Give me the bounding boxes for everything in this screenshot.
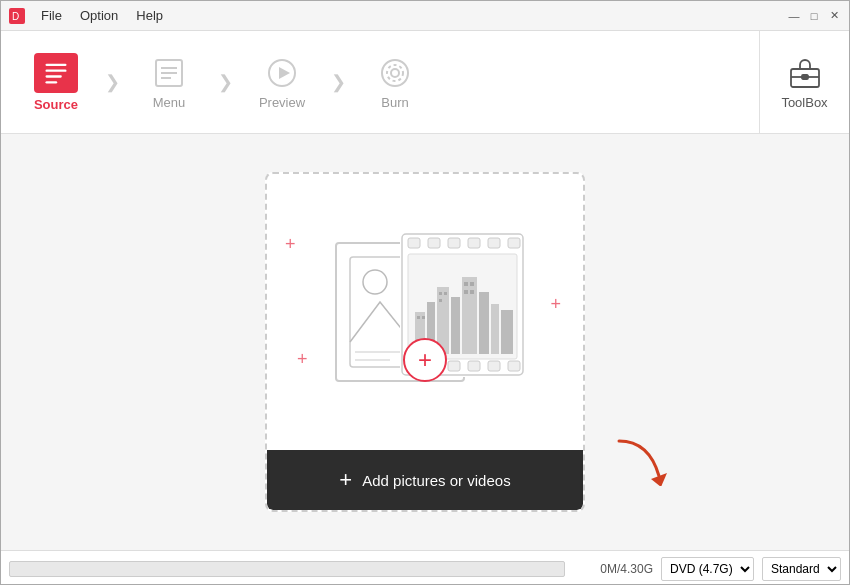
progress-bar: [9, 561, 565, 577]
svg-rect-39: [451, 297, 460, 354]
burn-label: Burn: [381, 95, 408, 110]
svg-point-12: [382, 60, 408, 86]
svg-rect-34: [508, 361, 520, 371]
maximize-button[interactable]: □: [807, 9, 821, 23]
preview-icon-wrap: [264, 55, 300, 91]
deco-plus-1: +: [285, 234, 296, 255]
quality-select[interactable]: Standard: [762, 557, 841, 581]
svg-rect-42: [491, 304, 499, 354]
title-bar-left: D File Option Help: [9, 6, 167, 25]
svg-rect-17: [802, 75, 808, 79]
svg-rect-40: [462, 277, 477, 354]
disc-type-select[interactable]: DVD (4.7G): [661, 557, 754, 581]
preview-label: Preview: [259, 95, 305, 110]
svg-rect-4: [46, 75, 62, 77]
svg-rect-24: [428, 238, 440, 248]
svg-rect-51: [464, 290, 468, 294]
svg-rect-52: [470, 290, 474, 294]
toolbar-step-menu[interactable]: Menu: [114, 31, 224, 134]
media-illustration: +: [325, 222, 525, 402]
svg-marker-11: [279, 67, 290, 79]
svg-rect-31: [448, 361, 460, 371]
svg-rect-49: [464, 282, 468, 286]
storage-label: 0M/4.30G: [573, 562, 653, 576]
menu-label: Menu: [153, 95, 186, 110]
toolbar-step-preview[interactable]: Preview: [227, 31, 337, 134]
menu-file[interactable]: File: [37, 6, 66, 25]
add-media-circle[interactable]: +: [403, 338, 447, 382]
source-icon-bg: [34, 53, 78, 93]
source-icon: [42, 59, 70, 87]
svg-rect-43: [501, 310, 513, 354]
svg-rect-5: [46, 81, 58, 83]
svg-rect-32: [468, 361, 480, 371]
svg-rect-25: [448, 238, 460, 248]
menu-icon: [151, 55, 187, 91]
burn-icon-wrap: [377, 55, 413, 91]
title-bar: D File Option Help — □ ✕: [1, 1, 849, 31]
toolbox-icon: [787, 55, 823, 91]
toolbar-steps: Source ❯ Menu ❯: [1, 31, 759, 134]
source-icon-wrap: [34, 53, 78, 93]
app-icon: D: [9, 8, 25, 24]
drop-zone-content: + + +: [267, 174, 583, 450]
toolbox-button[interactable]: ToolBox: [759, 31, 849, 134]
minimize-button[interactable]: —: [787, 9, 801, 23]
close-button[interactable]: ✕: [827, 9, 841, 23]
svg-rect-23: [408, 238, 420, 248]
add-bar-plus-icon: +: [339, 467, 352, 493]
svg-rect-26: [468, 238, 480, 248]
svg-rect-46: [439, 292, 442, 295]
svg-rect-3: [46, 69, 67, 71]
add-bar[interactable]: + Add pictures or videos: [267, 450, 583, 510]
drop-zone[interactable]: + + +: [265, 172, 585, 512]
svg-text:D: D: [12, 11, 19, 22]
burn-icon: [377, 55, 413, 91]
add-bar-label: Add pictures or videos: [362, 472, 510, 489]
toolbar-step-burn[interactable]: Burn: [340, 31, 450, 134]
preview-icon: [264, 55, 300, 91]
toolbar-step-source[interactable]: Source: [1, 31, 111, 134]
menu-icon-wrap: [151, 55, 187, 91]
toolbox-label: ToolBox: [781, 95, 827, 110]
svg-rect-33: [488, 361, 500, 371]
svg-point-13: [391, 69, 399, 77]
svg-rect-27: [488, 238, 500, 248]
menu-option[interactable]: Option: [76, 6, 122, 25]
deco-plus-3: +: [297, 349, 308, 370]
deco-plus-2: +: [550, 294, 561, 315]
source-label: Source: [34, 97, 78, 112]
arrow-hint-svg: [609, 431, 669, 486]
menu-help[interactable]: Help: [132, 6, 167, 25]
svg-rect-48: [439, 299, 442, 302]
svg-rect-2: [46, 63, 67, 65]
svg-rect-28: [508, 238, 520, 248]
svg-rect-47: [444, 292, 447, 295]
svg-rect-50: [470, 282, 474, 286]
menu-bar: File Option Help: [37, 6, 167, 25]
svg-point-14: [387, 65, 403, 81]
main-content: + + +: [1, 134, 849, 550]
toolbar: Source ❯ Menu ❯: [1, 31, 849, 134]
status-bar: 0M/4.30G DVD (4.7G) Standard: [1, 550, 849, 585]
window-controls: — □ ✕: [787, 9, 841, 23]
svg-rect-44: [417, 316, 420, 319]
svg-rect-45: [422, 316, 425, 319]
arrow-hint: [609, 431, 669, 490]
svg-rect-41: [479, 292, 489, 354]
